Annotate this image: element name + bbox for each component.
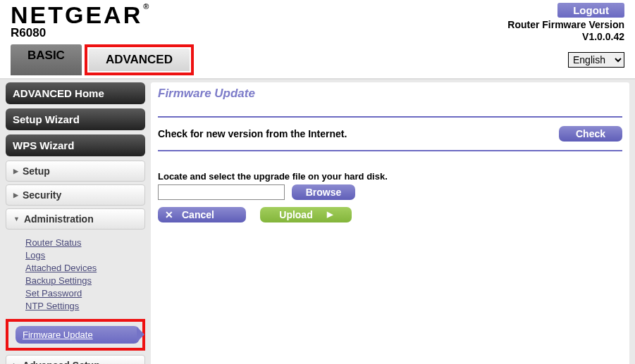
sidebar-item-firmware-update[interactable]: Firmware Update (16, 326, 140, 344)
firmware-version: Router Firmware Version V1.0.0.42 (507, 19, 624, 43)
header: NETGEAR® R6080 Logout Router Firmware Ve… (0, 0, 635, 44)
check-version-row: Check for new version from the Internet.… (158, 122, 622, 146)
sidebar-item-backup-settings[interactable]: Backup Settings (25, 275, 145, 286)
header-left: NETGEAR® R6080 (11, 3, 150, 40)
sidebar-section-label: Administration (24, 213, 94, 225)
action-row: ✕ Cancel Upload ▶ (158, 207, 622, 222)
sidebar-item-set-password[interactable]: Set Password (25, 288, 145, 299)
sidebar-section-setup[interactable]: ▶ Setup (6, 161, 145, 182)
close-icon: ✕ (165, 209, 173, 220)
header-right: Logout Router Firmware Version V1.0.0.42 (483, 3, 624, 43)
tab-basic[interactable]: BASIC (11, 44, 82, 75)
chevron-right-icon: ▶ (327, 210, 333, 219)
sidebar: ADVANCED Home Setup Wizard WPS Wizard ▶ … (6, 82, 145, 364)
firmware-version-label: Router Firmware Version (507, 19, 624, 30)
tab-advanced-highlight: ADVANCED (85, 44, 194, 75)
divider (158, 116, 622, 118)
model-number: R6080 (11, 26, 150, 40)
brand-logo: NETGEAR® (11, 3, 150, 27)
sidebar-wps-wizard[interactable]: WPS Wizard (6, 134, 145, 156)
check-button[interactable]: Check (559, 126, 622, 142)
sidebar-section-administration[interactable]: ▼ Administration (6, 208, 145, 230)
sidebar-section-label: Advanced Setup (23, 360, 100, 364)
chevron-right-icon: ▶ (13, 168, 18, 175)
sidebar-item-ntp-settings[interactable]: NTP Settings (25, 301, 145, 311)
sidebar-section-label: Security (23, 189, 61, 201)
browse-button[interactable]: Browse (292, 184, 355, 200)
sidebar-item-firmware-update-highlight: Firmware Update (6, 319, 145, 351)
firmware-version-value: V1.0.0.42 (507, 31, 624, 43)
sidebar-setup-wizard[interactable]: Setup Wizard (6, 108, 145, 130)
sidebar-item-label: Firmware Update (23, 330, 93, 340)
content-panel: Firmware Update Check for new version fr… (151, 82, 629, 364)
locate-file-label: Locate and select the upgrade file on yo… (158, 171, 622, 182)
cancel-button-label: Cancel (182, 209, 214, 220)
cancel-button[interactable]: ✕ Cancel (158, 207, 246, 222)
language-selector-wrap: English (568, 52, 624, 68)
upload-button-label: Upload (279, 209, 312, 220)
sidebar-section-security[interactable]: ▶ Security (6, 184, 145, 206)
sidebar-item-logs[interactable]: Logs (25, 250, 145, 261)
chevron-down-icon: ▼ (13, 215, 20, 222)
sidebar-item-attached-devices[interactable]: Attached Devices (25, 263, 145, 273)
check-version-text: Check for new version from the Internet. (158, 128, 347, 139)
administration-submenu: Router Status Logs Attached Devices Back… (6, 232, 145, 318)
chevron-right-icon: ▶ (13, 362, 18, 364)
page-title: Firmware Update (158, 87, 622, 101)
logout-button[interactable]: Logout (557, 3, 624, 18)
file-path-input[interactable] (158, 184, 285, 200)
sidebar-section-label: Setup (23, 165, 50, 177)
main-tabs: BASIC ADVANCED (11, 44, 197, 75)
registered-icon: ® (143, 2, 151, 11)
sidebar-section-advanced-setup[interactable]: ▶ Advanced Setup (6, 355, 145, 364)
file-select-row: Browse (158, 184, 622, 200)
brand-text: NETGEAR (11, 1, 142, 28)
sidebar-advanced-home[interactable]: ADVANCED Home (6, 82, 145, 104)
upload-button[interactable]: Upload ▶ (260, 207, 352, 222)
top-bar: BASIC ADVANCED English (0, 44, 635, 78)
divider (158, 150, 622, 151)
sidebar-item-router-status[interactable]: Router Status (25, 237, 145, 248)
page-body: ADVANCED Home Setup Wizard WPS Wizard ▶ … (0, 78, 635, 364)
language-select[interactable]: English (568, 52, 624, 68)
tab-advanced[interactable]: ADVANCED (89, 49, 190, 71)
chevron-right-icon: ▶ (13, 192, 18, 199)
